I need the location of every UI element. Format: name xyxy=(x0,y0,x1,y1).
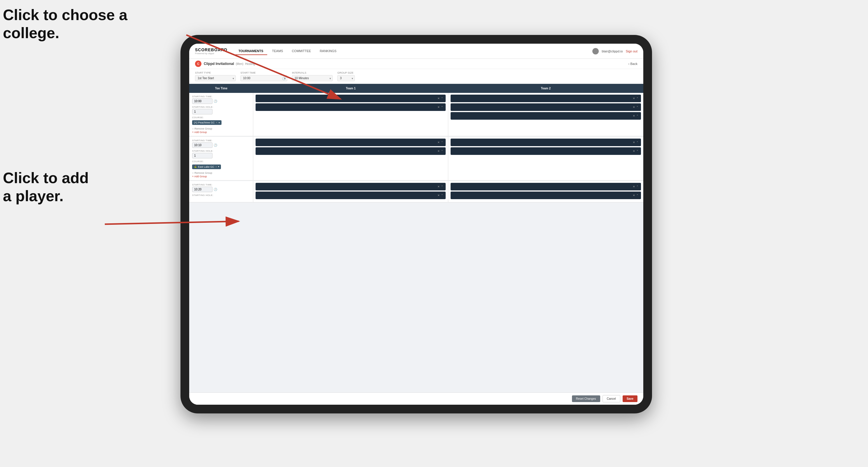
table-header: Tee Time Team 1 Team 2 xyxy=(189,84,643,93)
nav-tournaments[interactable]: TOURNAMENTS xyxy=(234,48,267,55)
player-2-1-expand[interactable]: ⌃ xyxy=(441,141,443,144)
player-3-1-actions: ✕ ⌃ xyxy=(437,185,443,188)
player-3-3-remove[interactable]: ✕ xyxy=(633,185,635,188)
player-2-4-actions: ✕ ⌃ xyxy=(633,150,639,153)
slot-1-time-row: 🕐 xyxy=(192,98,250,104)
nav-rankings[interactable]: RANKINGS xyxy=(315,48,340,55)
brand-title: SCOREBOARD xyxy=(195,48,227,52)
player-3-1-remove[interactable]: ✕ xyxy=(437,185,440,188)
player-2-2-remove[interactable]: ✕ xyxy=(437,150,440,153)
player-3-3-actions: ✕ ⌃ xyxy=(633,185,639,188)
starting-time-label-1: STARTING TIME: xyxy=(192,95,250,98)
slot-1-team2: ✕ ⌃ ✕ ⌃ ✕ ⌃ xyxy=(448,93,643,136)
slot-2-course-expand[interactable]: ▾ xyxy=(218,165,219,168)
player-1-1-actions: ✕ ⌃ xyxy=(437,97,443,100)
player-row-2-4[interactable]: ✕ ⌃ xyxy=(451,147,641,155)
nav-links: TOURNAMENTS TEAMS COMMITTEE RANKINGS xyxy=(234,48,592,55)
player-1-4-remove[interactable]: ✕ xyxy=(633,106,635,108)
slot-2-time-input[interactable] xyxy=(192,143,213,148)
player-2-4-expand[interactable]: ⌃ xyxy=(636,150,639,153)
time-slot-3: STARTING TIME: 🕐 STARTING HOLE: ✕ ⌃ xyxy=(189,181,643,203)
start-type-label: Start Type xyxy=(195,71,236,74)
player-1-4-actions: ✕ ⌃ xyxy=(633,106,639,108)
player-1-2-expand[interactable]: ⌃ xyxy=(441,106,443,108)
intervals-select[interactable]: 10 Minutes 8 Minutes 12 Minutes xyxy=(292,75,333,81)
player-row-3-3[interactable]: ✕ ⌃ xyxy=(451,183,641,190)
th-team1: Team 1 xyxy=(253,86,448,91)
slot-1-add-group[interactable]: + Add Group xyxy=(192,131,250,134)
player-row-1-1[interactable]: ✕ ⌃ xyxy=(255,95,446,102)
player-row-3-4[interactable]: ✕ ⌃ xyxy=(451,192,641,199)
slot-2-remove-group[interactable]: ○ Remove Group xyxy=(192,172,250,175)
player-row-3-1[interactable]: ✕ ⌃ xyxy=(255,183,446,190)
nav-teams[interactable]: TEAMS xyxy=(268,48,287,55)
slot-3-team1: ✕ ⌃ ✕ ⌃ xyxy=(253,181,448,202)
player-2-3-actions: ✕ ⌃ xyxy=(633,141,639,144)
intervals-select-wrap: 10 Minutes 8 Minutes 12 Minutes xyxy=(292,75,333,81)
start-type-group: Start Type 1st Tee Start Shotgun Start xyxy=(195,71,236,81)
player-row-1-5[interactable]: ✕ ⌃ xyxy=(451,112,641,120)
player-row-2-1[interactable]: ✕ ⌃ xyxy=(255,138,446,146)
user-email: blair@clippd.io xyxy=(602,50,623,53)
cancel-button[interactable]: Cancel xyxy=(602,395,620,402)
slot-2-team1: ✕ ⌃ ✕ ⌃ xyxy=(253,137,448,180)
player-3-2-expand[interactable]: ⌃ xyxy=(441,194,443,197)
save-button[interactable]: Save xyxy=(623,395,638,402)
slot-3-left: STARTING TIME: 🕐 STARTING HOLE: xyxy=(189,181,253,202)
slot-2-course-tag[interactable]: ⛳ East Lake GC × ▾ xyxy=(192,164,221,169)
player-2-1-remove[interactable]: ✕ xyxy=(437,141,440,144)
nav-committee[interactable]: COMMITTEE xyxy=(287,48,315,55)
start-time-wrap: 🕐 xyxy=(241,75,287,81)
player-1-2-remove[interactable]: ✕ xyxy=(437,106,440,108)
slot-1-hole-row xyxy=(192,109,250,115)
reset-changes-button[interactable]: Reset Changes xyxy=(572,395,600,402)
starting-hole-label-3: STARTING HOLE: xyxy=(192,194,250,196)
start-type-select[interactable]: 1st Tee Start Shotgun Start xyxy=(195,75,236,81)
player-2-3-remove[interactable]: ✕ xyxy=(633,141,635,144)
player-3-2-remove[interactable]: ✕ xyxy=(437,194,440,197)
tablet-frame: SCOREBOARD Powered by clippd TOURNAMENTS… xyxy=(181,35,652,413)
back-button[interactable]: ‹ Back xyxy=(628,62,638,65)
player-3-4-remove[interactable]: ✕ xyxy=(633,194,635,197)
group-size-group: Group Size 3 4 2 xyxy=(337,71,355,81)
slot-1-course-remove[interactable]: × xyxy=(216,121,217,124)
slot-1-hole-input[interactable] xyxy=(192,109,213,115)
player-1-2-actions: ✕ ⌃ xyxy=(437,106,443,108)
player-row-2-3[interactable]: ✕ ⌃ xyxy=(451,138,641,146)
player-row-1-3[interactable]: ✕ ⌃ xyxy=(451,95,641,102)
player-row-1-2[interactable]: ✕ ⌃ xyxy=(255,103,446,111)
player-3-3-expand[interactable]: ⌃ xyxy=(636,185,639,188)
starting-hole-label-1: STARTING HOLE: xyxy=(192,106,250,108)
start-time-input[interactable] xyxy=(241,75,287,81)
group-size-select[interactable]: 3 4 2 xyxy=(337,75,355,81)
slot-2-hole-input[interactable] xyxy=(192,153,213,158)
player-row-3-2[interactable]: ✕ ⌃ xyxy=(255,192,446,199)
slot-1-remove-group[interactable]: ○ Remove Group xyxy=(192,127,250,130)
slot-1-course-name: (A) Peachtree GC xyxy=(194,121,215,124)
player-3-1-expand[interactable]: ⌃ xyxy=(441,185,443,188)
player-1-1-expand[interactable]: ⌃ xyxy=(441,97,443,100)
th-team2: Team 2 xyxy=(448,86,643,91)
player-1-5-remove[interactable]: ✕ xyxy=(633,115,635,117)
player-2-3-expand[interactable]: ⌃ xyxy=(636,141,639,144)
player-1-3-expand[interactable]: ⌃ xyxy=(636,97,639,100)
sign-out-link[interactable]: Sign out xyxy=(626,50,638,53)
slot-1-course-expand[interactable]: ▾ xyxy=(219,121,220,124)
slot-1-time-input[interactable] xyxy=(192,98,213,104)
player-1-5-expand[interactable]: ⌃ xyxy=(636,115,639,117)
slot-2-course-remove[interactable]: × xyxy=(215,165,217,168)
player-2-4-remove[interactable]: ✕ xyxy=(633,150,635,153)
player-1-1-remove[interactable]: ✕ xyxy=(437,97,440,100)
player-3-2-actions: ✕ ⌃ xyxy=(437,194,443,197)
slot-2-add-group[interactable]: + Add Group xyxy=(192,175,250,178)
starting-time-label-2: STARTING TIME: xyxy=(192,139,250,142)
player-row-2-2[interactable]: ✕ ⌃ xyxy=(255,147,446,155)
player-1-3-remove[interactable]: ✕ xyxy=(633,97,635,100)
player-2-2-expand[interactable]: ⌃ xyxy=(441,150,443,153)
player-row-1-4[interactable]: ✕ ⌃ xyxy=(451,103,641,111)
slot-3-clock-icon: 🕐 xyxy=(214,188,217,191)
slot-3-time-input[interactable] xyxy=(192,187,213,192)
slot-1-course-tag[interactable]: (A) Peachtree GC × ▾ xyxy=(192,120,221,125)
player-3-4-expand[interactable]: ⌃ xyxy=(636,194,639,197)
player-1-4-expand[interactable]: ⌃ xyxy=(636,106,639,108)
